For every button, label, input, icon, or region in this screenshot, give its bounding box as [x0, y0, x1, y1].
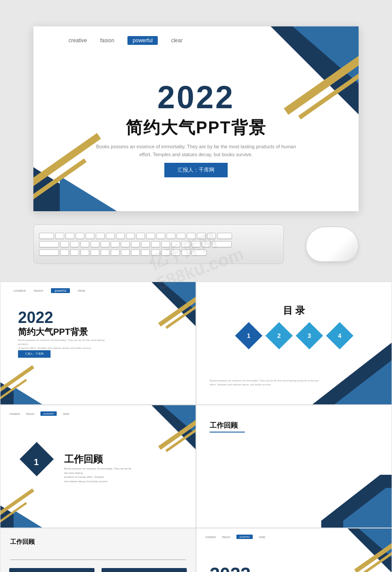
key — [151, 249, 160, 256]
key — [141, 241, 150, 247]
key — [192, 249, 207, 256]
key — [202, 241, 211, 247]
thumb3-number: 1 — [34, 457, 39, 467]
slide-title: 简约大气PPT背景 — [33, 117, 359, 139]
key — [80, 249, 89, 256]
key — [161, 241, 170, 247]
key — [111, 241, 120, 247]
slide-subtitle: Books possess an essence of immortality.… — [33, 143, 359, 158]
key — [101, 241, 109, 247]
key — [60, 249, 69, 256]
key — [39, 233, 54, 239]
t3-nav-creative: creative — [9, 412, 20, 415]
diamond-3: 3 — [295, 322, 323, 349]
thumb-4-detail: 工作回顾 — [196, 405, 392, 528]
nav-fasion[interactable]: fasion — [100, 37, 114, 44]
key — [181, 249, 190, 256]
thumb-3-section: creative fasion powerful clear 1 工作回顾 Bo… — [0, 405, 196, 528]
key — [101, 249, 109, 256]
reporter-button[interactable]: 汇报人：千库网 — [164, 163, 228, 177]
t1-nav-powerful: powerful — [51, 288, 69, 293]
key — [91, 241, 99, 247]
thumb3-section-subtitle: Books possess an essence of immortality.… — [64, 467, 134, 484]
key — [111, 249, 120, 256]
diamond-1-num: 1 — [247, 332, 250, 339]
thumb5-card-2: OUR COMPANY 输入您的标题 输入标题文本 此处添加标题文本的基本编辑，… — [102, 568, 187, 572]
thumb1-tri-bl2 — [14, 387, 42, 404]
key — [167, 233, 175, 239]
thumb1-tri-tr2 — [163, 282, 196, 311]
t1-nav-clear: clear — [78, 289, 85, 293]
t1-nav-fasion: fasion — [34, 289, 43, 293]
diamond-1: 1 — [235, 322, 262, 349]
key — [171, 249, 180, 256]
slide-nav: creative fasion powerful clear — [69, 36, 182, 45]
corner-blue-triangle — [293, 26, 359, 84]
thumb2-title: 目 录 — [196, 304, 392, 317]
thumb1-year: 2022 — [18, 308, 53, 327]
key-row-3 — [39, 249, 278, 256]
t6-nav-creative: creative — [205, 535, 216, 539]
diamond-2: 2 — [265, 322, 292, 349]
nav-clear[interactable]: clear — [171, 37, 182, 44]
key — [70, 249, 79, 256]
thumb1-button: 汇报人：千库网 — [18, 350, 51, 358]
key — [177, 233, 185, 239]
key — [131, 241, 140, 247]
thumbnail-grid: creative fasion powerful clear 2022 简约大气… — [0, 282, 392, 572]
key — [39, 249, 59, 256]
thumb-6-final: creative fasion powerful clear 2022 年度工作… — [196, 528, 392, 572]
t1-nav-creative: creative — [14, 289, 26, 293]
t6-nav-fasion: fasion — [222, 535, 231, 539]
diamond-3-num: 3 — [308, 332, 311, 339]
thumb4-blue-br2 — [343, 488, 392, 528]
key — [39, 241, 59, 247]
key — [151, 241, 160, 247]
key — [136, 233, 145, 239]
key — [65, 233, 74, 239]
nav-creative[interactable]: creative — [69, 37, 87, 44]
mouse-image — [306, 227, 359, 262]
diamond-4-num: 4 — [338, 332, 341, 339]
keyboard-image — [33, 224, 284, 264]
slide-year: 2022 — [33, 79, 359, 115]
key — [207, 233, 216, 239]
key — [192, 241, 200, 247]
thumb-1-title-slide: creative fasion powerful clear 2022 简约大气… — [0, 282, 196, 405]
thumb5-title: 工作回顾 — [10, 538, 35, 546]
t3-nav-powerful: powerful — [40, 411, 57, 416]
thumb6-tri-tr2 — [359, 528, 392, 557]
thumb5-cards: OUR COMPANY 输入您的标题 输入标题文本 此处添加标题文本的基本编辑、… — [9, 568, 187, 572]
key — [121, 241, 130, 247]
key — [55, 233, 64, 239]
diamond-4: 4 — [326, 322, 353, 349]
key — [70, 241, 79, 247]
key — [96, 233, 105, 239]
thumb3-tri-tr2 — [163, 405, 196, 434]
thumb1-title: 简约大气PPT背景 — [18, 326, 88, 338]
key — [181, 241, 190, 247]
nav-powerful[interactable]: powerful — [127, 36, 158, 45]
key — [146, 233, 155, 239]
thumb2-diamonds: 1 2 3 4 — [196, 326, 392, 345]
key — [131, 249, 140, 256]
corner-blue-bottom-left — [60, 176, 117, 211]
key-row-1 — [39, 233, 278, 239]
thumb5-card-1: OUR COMPANY 输入您的标题 输入标题文本 此处添加标题文本的基本编辑、… — [9, 568, 94, 572]
thumb-2-toc: 目 录 1 2 3 4 Books possess an essence of … — [196, 282, 392, 405]
key — [126, 233, 135, 239]
keyboard-section — [33, 220, 359, 268]
key — [156, 233, 165, 239]
main-slide: creative fasion powerful clear 2022 简约大气… — [33, 26, 359, 211]
thumb4-divider — [210, 432, 245, 433]
t6-nav-powerful: powerful — [236, 535, 253, 539]
thumb5-timeline — [10, 559, 186, 560]
key — [161, 249, 170, 256]
t6-nav-clear: clear — [259, 535, 265, 539]
key — [197, 233, 206, 239]
thumb4-section-title: 工作回顾 — [210, 421, 238, 430]
thumb3-tri-bl2 — [14, 510, 42, 528]
thumb6-nav: creative fasion powerful clear — [205, 535, 265, 539]
thumb1-subtitle: Books possess an essence of immortality.… — [18, 338, 106, 350]
key — [187, 233, 196, 239]
